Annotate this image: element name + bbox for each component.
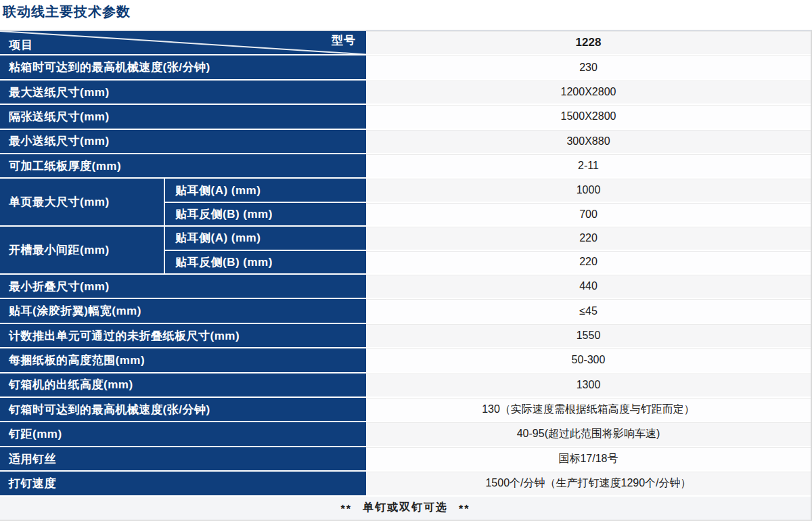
sub-row-value: 220 — [366, 227, 811, 249]
table-row: 每捆纸板的高度范围(mm) 50-300 — [0, 347, 811, 371]
row-value: ≤45 — [366, 299, 811, 322]
row-value: 1500X2800 — [366, 105, 811, 128]
table-row: 粘箱时可达到的最高机械速度(张/分钟) 230 — [0, 54, 811, 78]
sub-row-value: 700 — [366, 202, 811, 225]
footer-note-text: 单钉或双钉可选 — [363, 501, 448, 515]
footer-note-row: ** 单钉或双钉可选 ** — [0, 495, 811, 520]
row-value: 40-95(超过此范围将影响车速) — [366, 422, 811, 445]
table-row: 最大送纸尺寸(mm) 1200X2800 — [0, 79, 811, 104]
table-header-row: 项目 型号 1228 — [0, 31, 811, 54]
row-label: 最小送纸尺寸(mm) — [0, 130, 366, 153]
row-value: 300X880 — [366, 130, 811, 153]
table-row: 最小折叠尺寸(mm) 440 — [0, 273, 811, 298]
row-label: 钉箱机的出纸高度(mm) — [0, 373, 366, 397]
sub-row-label: 贴耳反侧(B) (mm) — [165, 202, 366, 225]
table-row: 计数推出单元可通过的未折叠纸板尺寸(mm) 1550 — [0, 323, 811, 347]
row-value: 1550 — [366, 324, 811, 347]
row-label: 可加工纸板厚度(mm) — [0, 154, 366, 177]
row-label: 打钉速度 — [0, 472, 366, 495]
sub-row-label: 贴耳侧(A) (mm) — [165, 227, 366, 249]
sub-row-label: 贴耳反侧(B) (mm) — [165, 250, 366, 273]
table-row: 钉距(mm) 40-95(超过此范围将影响车速) — [0, 421, 811, 445]
header-model-value: 1228 — [366, 31, 811, 54]
row-value: 440 — [366, 275, 811, 298]
row-value: 230 — [366, 55, 811, 78]
row-label: 隔张送纸尺寸(mm) — [0, 105, 366, 128]
table-group-row: 开槽最小间距(mm) 贴耳侧(A) (mm) 贴耳反侧(B) (mm) 220 … — [0, 225, 811, 273]
header-model-label: 型号 — [332, 32, 356, 48]
row-label: 钉距(mm) — [0, 422, 366, 445]
page-title: 联动线主要技术参数 — [3, 3, 131, 21]
row-label: 计数推出单元可通过的未折叠纸板尺寸(mm) — [0, 324, 366, 347]
table-row: 可加工纸板厚度(mm) 2-11 — [0, 153, 811, 177]
row-label: 钉箱时可达到的最高机械速度(张/分钟) — [0, 398, 366, 421]
sub-row-value: 220 — [366, 250, 811, 273]
diagonal-divider-line — [0, 31, 366, 54]
group-label: 单页最大尺寸(mm) — [0, 179, 164, 225]
row-label: 适用钉丝 — [0, 447, 366, 470]
spec-table: 项目 型号 1228 粘箱时可达到的最高机械速度(张/分钟) 230 最大送纸尺… — [0, 30, 812, 521]
row-label: 贴耳(涂胶折翼)幅宽(mm) — [0, 299, 366, 322]
table-row: 最小送纸尺寸(mm) 300X880 — [0, 129, 811, 153]
row-value: 50-300 — [366, 348, 811, 371]
footer-stars-left: ** — [341, 503, 352, 516]
header-item-label: 项目 — [9, 37, 33, 53]
table-row: 贴耳(涂胶折翼)幅宽(mm) ≤45 — [0, 298, 811, 322]
row-label: 粘箱时可达到的最高机械速度(张/分钟) — [0, 55, 366, 78]
table-row: 打钉速度 1500个/分钟（生产打钉速度1290个/分钟） — [0, 470, 811, 495]
row-label: 最小折叠尺寸(mm) — [0, 275, 366, 298]
table-group-row: 单页最大尺寸(mm) 贴耳侧(A) (mm) 贴耳反侧(B) (mm) 1000… — [0, 177, 811, 225]
row-value: 1500个/分钟（生产打钉速度1290个/分钟） — [366, 472, 811, 495]
row-value: 2-11 — [366, 154, 811, 177]
row-value: 1300 — [366, 373, 811, 397]
header-diagonal-cell: 项目 型号 — [0, 31, 366, 54]
sub-row-label: 贴耳侧(A) (mm) — [165, 179, 366, 201]
row-value: 国标17/18号 — [366, 447, 811, 470]
row-label: 每捆纸板的高度范围(mm) — [0, 348, 366, 371]
row-value: 1200X2800 — [366, 81, 811, 104]
table-row: 钉箱时可达到的最高机械速度(张/分钟) 130（实际速度需根据纸箱高度与钉距而定… — [0, 397, 811, 421]
table-row: 钉箱机的出纸高度(mm) 1300 — [0, 372, 811, 397]
row-label: 最大送纸尺寸(mm) — [0, 81, 366, 104]
table-row: 适用钉丝 国标17/18号 — [0, 446, 811, 470]
row-value: 130（实际速度需根据纸箱高度与钉距而定） — [366, 398, 811, 421]
group-label: 开槽最小间距(mm) — [0, 227, 164, 273]
sub-row-value: 1000 — [366, 179, 811, 201]
table-row: 隔张送纸尺寸(mm) 1500X2800 — [0, 104, 811, 128]
footer-stars-right: ** — [459, 503, 470, 516]
